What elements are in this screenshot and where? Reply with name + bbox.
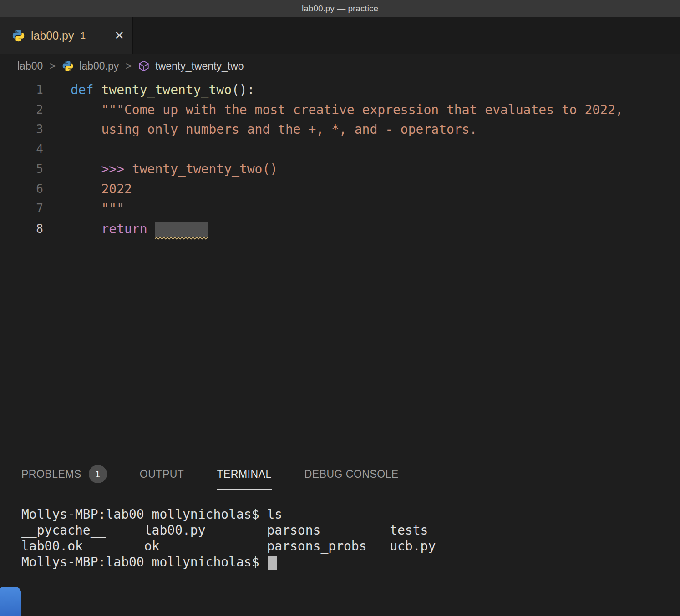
code-editor[interactable]: 1def twenty_twenty_two():2 """Come up wi… [0,78,680,455]
tab-lab00py[interactable]: lab00.py 1 ✕ [0,17,133,54]
code-line-5[interactable]: 5 >>> twenty_twenty_two() [0,159,680,179]
window-title: lab00.py — practice [302,4,378,14]
terminal-line: Mollys-MBP:lab00 mollynicholas$ [21,554,680,570]
chevron-right-icon: > [125,60,132,72]
tab-debug-console[interactable]: DEBUG CONSOLE [304,455,399,493]
blue-corner-artifact [0,587,21,616]
line-number: 1 [0,80,43,100]
problems-count-badge: 1 [89,465,107,483]
indent-guide [71,98,71,237]
tab-label: lab00.py [31,29,74,42]
tab-bar: lab00.py 1 ✕ [0,17,680,54]
tab-debug-console-label: DEBUG CONSOLE [304,468,399,480]
python-icon [62,60,74,72]
breadcrumb-item-symbol[interactable]: twenty_twenty_two [155,60,244,72]
code-line-4[interactable]: 4 [0,140,680,160]
line-number: 8 [0,219,43,238]
panel-tab-bar: PROBLEMS 1 OUTPUT TERMINAL DEBUG CONSOLE [0,455,680,493]
terminal-line: Mollys-MBP:lab00 mollynicholas$ ls [21,506,680,522]
code-line-3[interactable]: 3 using only numbers and the +, *, and -… [0,120,680,140]
titlebar: lab00.py — practice [0,0,680,17]
tab-output[interactable]: OUTPUT [140,455,184,493]
line-number: 5 [0,159,43,179]
tab-output-label: OUTPUT [140,468,184,480]
tab-problems-label: PROBLEMS [21,468,81,480]
line-number: 3 [0,120,43,140]
line-number: 4 [0,140,43,160]
breadcrumb: lab00 > lab00.py > twenty_twenty_two [0,54,680,78]
code-line-8[interactable]: 8 return [0,219,680,239]
close-icon[interactable]: ✕ [114,30,124,41]
tab-problem-count: 1 [81,30,86,41]
line-number: 7 [0,199,43,219]
code-line-7[interactable]: 7 """ [0,199,680,219]
code-line-2[interactable]: 2 """Come up with the most creative expr… [0,100,680,120]
line-number: 2 [0,100,43,120]
code-line-6[interactable]: 6 2022 [0,179,680,199]
terminal-line: __pycache__ lab00.py parsons tests [21,522,680,538]
python-icon [12,29,25,42]
terminal-cursor [268,556,277,570]
code-line-1[interactable]: 1def twenty_twenty_two(): [0,80,680,100]
terminal-line: lab00.ok ok parsons_probs ucb.py [21,538,680,554]
tab-terminal[interactable]: TERMINAL [217,455,271,493]
bottom-panel: PROBLEMS 1 OUTPUT TERMINAL DEBUG CONSOLE… [0,455,680,616]
terminal[interactable]: Mollys-MBP:lab00 mollynicholas$ ls__pyca… [0,493,680,570]
warning-squiggle [155,237,208,240]
breadcrumb-item-folder[interactable]: lab00 [17,60,43,72]
chevron-right-icon: > [49,60,56,72]
tab-problems[interactable]: PROBLEMS 1 [21,455,107,493]
tab-terminal-label: TERMINAL [217,468,271,480]
symbol-cube-icon [138,60,150,72]
line-number: 6 [0,179,43,199]
breadcrumb-item-file[interactable]: lab00.py [79,60,119,72]
selection-highlight [155,222,208,237]
